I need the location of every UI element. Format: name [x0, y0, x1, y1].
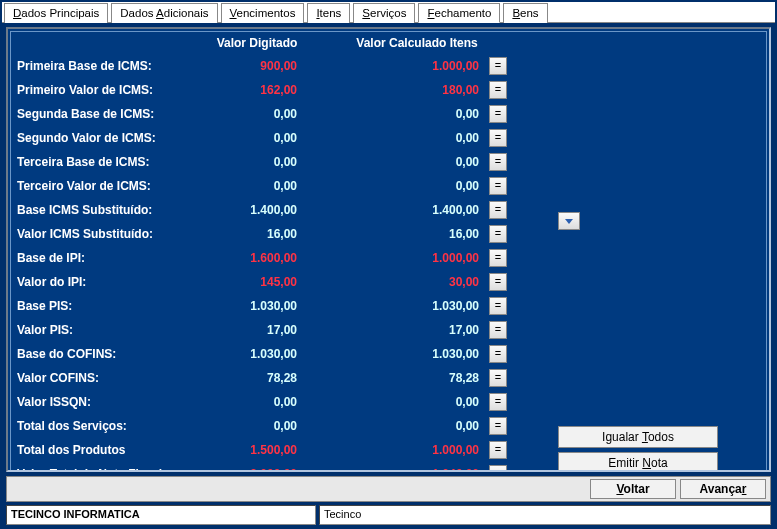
row-label: Valor ISSQN:: [17, 395, 187, 409]
side-buttons: Igualar Todos Emitir Nota: [558, 426, 738, 472]
valor-digitado[interactable]: 1.030,00: [187, 347, 327, 361]
valor-calculado: 30,00: [327, 275, 489, 289]
valor-digitado[interactable]: 145,00: [187, 275, 327, 289]
table-row: Valor do IPI:145,0030,00=: [17, 270, 552, 294]
status-user: Tecinco: [319, 505, 771, 525]
tab-1[interactable]: Dados Adicionais: [111, 3, 217, 23]
table-row: Base do COFINS:1.030,001.030,00=: [17, 342, 552, 366]
tab-6[interactable]: Bens: [503, 3, 547, 23]
equalize-button[interactable]: =: [489, 441, 507, 459]
chevron-down-icon: [564, 216, 574, 226]
valor-calculado: 180,00: [327, 83, 489, 97]
valor-calculado: 78,28: [327, 371, 489, 385]
row-label: Total dos Serviços:: [17, 419, 187, 433]
valor-calculado: 17,00: [327, 323, 489, 337]
equalize-button[interactable]: =: [489, 465, 507, 472]
valor-calculado: 1.000,00: [327, 59, 489, 73]
equalize-button[interactable]: =: [489, 57, 507, 75]
igualar-todos-button[interactable]: Igualar Todos: [558, 426, 718, 448]
valor-digitado[interactable]: 17,00: [187, 323, 327, 337]
tabs-bar: Dados PrincipaisDados AdicionaisVencimen…: [2, 2, 775, 23]
tab-5[interactable]: Fechamento: [418, 3, 500, 23]
avancar-button[interactable]: Avançar: [680, 479, 766, 499]
equalize-button[interactable]: =: [489, 225, 507, 243]
valor-calculado: 1.046,00: [327, 467, 489, 472]
equalize-button[interactable]: =: [489, 393, 507, 411]
row-label: Base de IPI:: [17, 251, 187, 265]
equalize-button[interactable]: =: [489, 321, 507, 339]
tab-0[interactable]: Dados Principais: [4, 3, 108, 23]
valor-calculado: 0,00: [327, 419, 489, 433]
valor-digitado[interactable]: 0,00: [187, 131, 327, 145]
table-row: Primeira Base de ICMS:900,001.000,00=: [17, 54, 552, 78]
row-label: Terceira Base de ICMS:: [17, 155, 187, 169]
row-label: Base ICMS Substituído:: [17, 203, 187, 217]
equalize-button[interactable]: =: [489, 297, 507, 315]
table-row: Segunda Base de ICMS:0,000,00=: [17, 102, 552, 126]
table-row: Segundo Valor de ICMS:0,000,00=: [17, 126, 552, 150]
row-label: Primeira Base de ICMS:: [17, 59, 187, 73]
valor-digitado[interactable]: 78,28: [187, 371, 327, 385]
valor-digitado[interactable]: 0,00: [187, 107, 327, 121]
header-calculado: Valor Calculado Itens: [327, 36, 507, 50]
status-company: TECINCO INFORMATICA: [6, 505, 316, 525]
valor-digitado[interactable]: 162,00: [187, 83, 327, 97]
valor-calculado: 1.400,00: [327, 203, 489, 217]
table-row: Valor PIS:17,0017,00=: [17, 318, 552, 342]
valor-digitado[interactable]: 1.600,00: [187, 251, 327, 265]
side-column: Igualar Todos Emitir Nota: [558, 34, 762, 472]
valor-calculado: 16,00: [327, 227, 489, 241]
row-label: Valor PIS:: [17, 323, 187, 337]
valor-digitado[interactable]: 16,00: [187, 227, 327, 241]
valor-calculado: 0,00: [327, 107, 489, 121]
valor-calculado: 0,00: [327, 131, 489, 145]
svg-marker-0: [565, 219, 573, 224]
row-label: Segundo Valor de ICMS:: [17, 131, 187, 145]
row-label: Terceiro Valor de ICMS:: [17, 179, 187, 193]
valor-digitado[interactable]: 2.000,00: [187, 467, 327, 472]
tab-2[interactable]: Vencimentos: [221, 3, 305, 23]
equalize-button[interactable]: =: [489, 153, 507, 171]
table-row: Valor COFINS:78,2878,28=: [17, 366, 552, 390]
table-row: Total dos Produtos1.500,001.000,00=: [17, 438, 552, 462]
equalize-button[interactable]: =: [489, 345, 507, 363]
table-row: Base PIS:1.030,001.030,00=: [17, 294, 552, 318]
row-label: Segunda Base de ICMS:: [17, 107, 187, 121]
tab-4[interactable]: Serviços: [353, 3, 415, 23]
tab-3[interactable]: Itens: [307, 3, 350, 23]
valor-digitado[interactable]: 0,00: [187, 179, 327, 193]
table-row: Total dos Serviços:0,000,00=: [17, 414, 552, 438]
valor-digitado[interactable]: 0,00: [187, 419, 327, 433]
table-row: Primeiro Valor de ICMS:162,00180,00=: [17, 78, 552, 102]
dropdown-button[interactable]: [558, 212, 580, 230]
row-label: Valor do IPI:: [17, 275, 187, 289]
row-label: Primeiro Valor de ICMS:: [17, 83, 187, 97]
equalize-button[interactable]: =: [489, 273, 507, 291]
equalize-button[interactable]: =: [489, 129, 507, 147]
voltar-button[interactable]: Voltar: [590, 479, 676, 499]
valor-digitado[interactable]: 900,00: [187, 59, 327, 73]
row-label: Valor ICMS Substituído:: [17, 227, 187, 241]
row-label: Valor COFINS:: [17, 371, 187, 385]
table-row: Valor ICMS Substituído:16,0016,00=: [17, 222, 552, 246]
valor-digitado[interactable]: 1.500,00: [187, 443, 327, 457]
valor-digitado[interactable]: 0,00: [187, 155, 327, 169]
equalize-button[interactable]: =: [489, 177, 507, 195]
equalize-button[interactable]: =: [489, 81, 507, 99]
valor-digitado[interactable]: 0,00: [187, 395, 327, 409]
row-label: Base do COFINS:: [17, 347, 187, 361]
emitir-nota-button[interactable]: Emitir Nota: [558, 452, 718, 472]
table-row: Valor ISSQN:0,000,00=: [17, 390, 552, 414]
valor-calculado: 0,00: [327, 179, 489, 193]
equalize-button[interactable]: =: [489, 369, 507, 387]
valor-digitado[interactable]: 1.400,00: [187, 203, 327, 217]
row-label: Total dos Produtos: [17, 443, 187, 457]
equalize-button[interactable]: =: [489, 417, 507, 435]
header-digitado: Valor Digitado: [187, 36, 327, 50]
equalize-button[interactable]: =: [489, 105, 507, 123]
valor-calculado: 1.030,00: [327, 299, 489, 313]
valor-digitado[interactable]: 1.030,00: [187, 299, 327, 313]
value-table: Valor Digitado Valor Calculado Itens Pri…: [17, 34, 552, 472]
equalize-button[interactable]: =: [489, 201, 507, 219]
equalize-button[interactable]: =: [489, 249, 507, 267]
